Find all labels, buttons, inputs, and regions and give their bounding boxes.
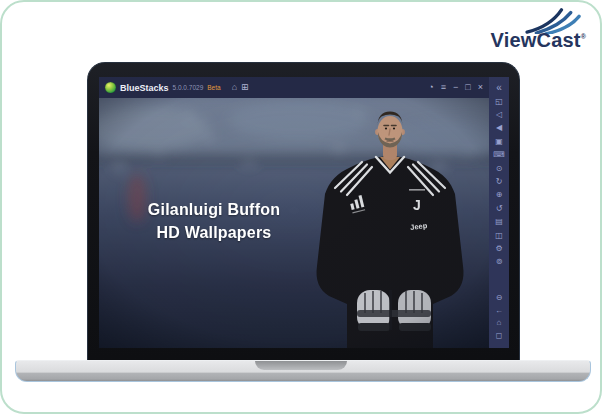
media-manager-icon[interactable]: ▤ xyxy=(489,216,509,229)
screenshot-icon[interactable]: ▣ xyxy=(489,135,509,148)
sync-icon[interactable]: ↻ xyxy=(489,175,509,188)
caption-line-2: HD Wallpapers xyxy=(121,221,307,244)
android-home-icon[interactable]: ⌂ xyxy=(489,317,509,330)
app-version: 5.0.0.7029 xyxy=(173,84,204,91)
app-title: BlueStacks xyxy=(120,83,169,93)
caption-line-1: Gilanluigi Buffon xyxy=(121,198,307,221)
titlebar: BlueStacks 5.0.0.7029 Beta ⌂ ⊞ ◔ ≡ − □ × xyxy=(99,77,489,98)
collapse-sidebar-icon[interactable]: « xyxy=(496,81,502,95)
install-apk-icon[interactable]: ⊕ xyxy=(489,189,509,202)
rotate-icon[interactable]: ↺ xyxy=(489,202,509,215)
menu-icon[interactable]: ≡ xyxy=(441,83,446,92)
beta-badge: Beta xyxy=(207,84,220,91)
emulator-window: BlueStacks 5.0.0.7029 Beta ⌂ ⊞ ◔ ≡ − □ × xyxy=(99,77,509,348)
wallpaper-photo: J Jeep xyxy=(99,98,489,348)
maximize-button[interactable]: □ xyxy=(465,83,470,92)
multi-window-icon[interactable]: ⊞ xyxy=(241,83,249,92)
bluestacks-logo-icon xyxy=(105,82,116,93)
boost-icon[interactable]: ◔ xyxy=(428,83,433,92)
registered-mark: ® xyxy=(581,33,586,40)
help-icon[interactable]: ⊚ xyxy=(489,256,509,269)
toolbar-sidebar: « ◱ ◁ ◀ ▣ ⌨ ⊙ ↻ ⊕ ↺ ▤ ◫ ⚙ ⊚ ⊖ ← ⌂ ◻ xyxy=(489,77,509,348)
volume-icon[interactable]: ◁ xyxy=(489,108,509,121)
window-controls: ◔ ≡ − □ × xyxy=(428,83,483,92)
laptop-lid-notch xyxy=(255,361,347,370)
volume-mute-icon[interactable]: ⊖ xyxy=(489,292,509,305)
promo-card: ViewCast® BlueStacks 5.0.0.7029 Beta ⌂ ⊞… xyxy=(0,0,602,414)
shake-icon[interactable]: ◀ xyxy=(489,122,509,135)
game-controls-icon[interactable]: ⌨ xyxy=(489,149,509,162)
wallpaper-caption: Gilanluigi Buffon HD Wallpapers xyxy=(121,198,307,244)
settings-gear-icon[interactable]: ⚙ xyxy=(489,242,509,255)
brand-name: ViewCast® xyxy=(490,29,586,52)
close-button[interactable]: × xyxy=(478,83,483,92)
android-recents-icon[interactable]: ◻ xyxy=(489,330,509,343)
viewcast-logo: ViewCast® xyxy=(478,8,590,54)
android-back-icon[interactable]: ← xyxy=(489,305,509,318)
minimize-button[interactable]: − xyxy=(453,83,458,92)
multi-instance-icon[interactable]: ◫ xyxy=(489,229,509,242)
fullscreen-icon[interactable]: ◱ xyxy=(489,95,509,108)
brand-name-text: ViewCast xyxy=(490,29,580,51)
home-icon[interactable]: ⌂ xyxy=(232,83,237,92)
macro-recorder-icon[interactable]: ⊙ xyxy=(489,162,509,175)
